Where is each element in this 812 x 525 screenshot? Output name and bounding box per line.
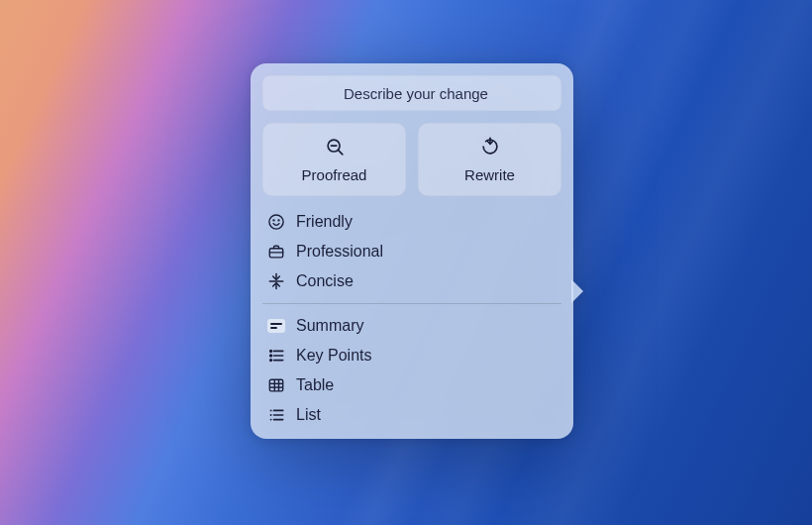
briefcase-icon: [266, 242, 286, 262]
svg-point-9: [278, 220, 279, 221]
svg-point-26: [270, 410, 272, 412]
collapse-icon: [266, 271, 286, 291]
popover-caret: [571, 279, 583, 303]
svg-rect-21: [269, 379, 282, 391]
keypoints-icon: [266, 346, 286, 366]
format-list[interactable]: List: [262, 403, 561, 427]
svg-point-7: [269, 215, 283, 229]
format-table-label: Table: [296, 376, 334, 394]
proofread-icon: [324, 136, 346, 160]
svg-point-28: [270, 414, 272, 416]
proofread-label: Proofread: [302, 166, 367, 183]
rewrite-icon: [479, 136, 501, 160]
format-keypoints[interactable]: Key Points: [262, 344, 561, 368]
describe-change-input[interactable]: Describe your change: [262, 75, 561, 111]
tone-list: Friendly Professional: [262, 210, 561, 293]
section-divider: [262, 303, 561, 304]
tone-professional[interactable]: Professional: [262, 240, 561, 263]
svg-point-30: [270, 419, 272, 421]
svg-point-15: [270, 351, 272, 353]
tone-professional-label: Professional: [296, 243, 383, 261]
list-icon: [266, 405, 286, 425]
tone-friendly-label: Friendly: [296, 213, 353, 231]
rewrite-button[interactable]: Rewrite: [418, 123, 561, 196]
format-summary[interactable]: Summary: [262, 314, 561, 338]
format-list: Summary Key Points: [262, 314, 561, 427]
popover-body: Describe your change Proofread: [251, 63, 573, 439]
format-list-label: List: [296, 406, 321, 424]
summary-icon: [266, 316, 286, 336]
proofread-button[interactable]: Proofread: [262, 123, 406, 196]
svg-point-8: [273, 220, 274, 221]
format-summary-label: Summary: [296, 317, 363, 335]
format-table[interactable]: Table: [262, 373, 561, 397]
table-icon: [266, 375, 286, 395]
rewrite-label: Rewrite: [464, 166, 515, 183]
format-keypoints-label: Key Points: [296, 347, 371, 365]
svg-line-5: [338, 151, 342, 155]
tone-concise[interactable]: Concise: [262, 269, 561, 293]
action-button-row: Proofread Rewrite: [262, 123, 561, 196]
svg-point-17: [270, 355, 272, 357]
tone-concise-label: Concise: [296, 272, 354, 290]
describe-change-placeholder: Describe your change: [344, 85, 488, 102]
tone-friendly[interactable]: Friendly: [262, 210, 561, 234]
svg-point-19: [270, 360, 272, 362]
smile-icon: [266, 212, 286, 232]
writing-tools-popover: Describe your change Proofread: [251, 63, 573, 439]
